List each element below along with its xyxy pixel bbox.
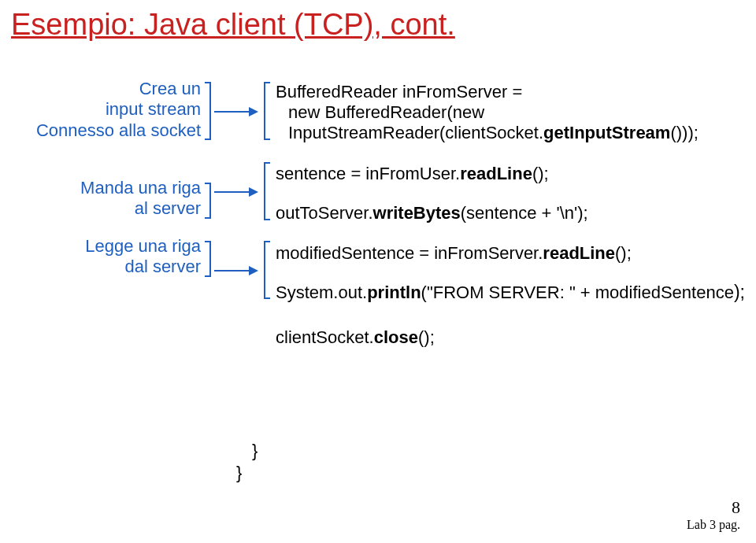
label-line: al server [135, 198, 201, 218]
code-line: outToServer.writeBytes(sentence + '\n'); [276, 203, 588, 223]
code-line: InputStreamReader(clientSocket.getInputS… [288, 123, 699, 143]
code-line: sentence = inFromUser.readLine(); [276, 164, 549, 184]
bracket-right [205, 82, 211, 140]
code-line: clientSocket.close(); [276, 327, 435, 348]
arrow-icon [214, 191, 257, 193]
label-line: Legge una riga [85, 236, 201, 256]
code-line: System.out.println("FROM SERVER: " + mod… [276, 282, 745, 303]
slide-title: Esempio: Java client (TCP), cont. [11, 8, 455, 42]
annotation-send-line: Manda una riga al server [32, 178, 201, 220]
label-line: Manda una riga [80, 178, 201, 198]
label-line: dal server [124, 257, 201, 276]
bracket-left [264, 82, 270, 140]
label-line: Crea un [139, 79, 201, 98]
bracket-right [205, 241, 211, 277]
code-brace: } [236, 463, 242, 483]
bracket-left [264, 241, 270, 299]
footer: 8 Lab 3 pag. [687, 497, 740, 532]
label-line: Connesso alla socket [36, 120, 201, 140]
bracket-right [205, 183, 211, 219]
bracket-left [264, 162, 270, 220]
footer-label: Lab 3 pag. [687, 518, 740, 531]
annotation-input-stream: Crea un input stream Connesso alla socke… [0, 79, 201, 141]
label-line: input stream [106, 99, 201, 119]
annotation-read-line: Legge una riga dal server [32, 236, 201, 278]
arrow-icon [214, 270, 257, 272]
code-line: modifiedSentence = inFromServer.readLine… [276, 243, 632, 264]
code-line: new BufferedReader(new [288, 102, 484, 123]
page-number: 8 [687, 497, 740, 518]
code-line: BufferedReader inFromServer = [276, 82, 522, 102]
code-brace: } [252, 441, 258, 461]
arrow-icon [214, 111, 257, 113]
